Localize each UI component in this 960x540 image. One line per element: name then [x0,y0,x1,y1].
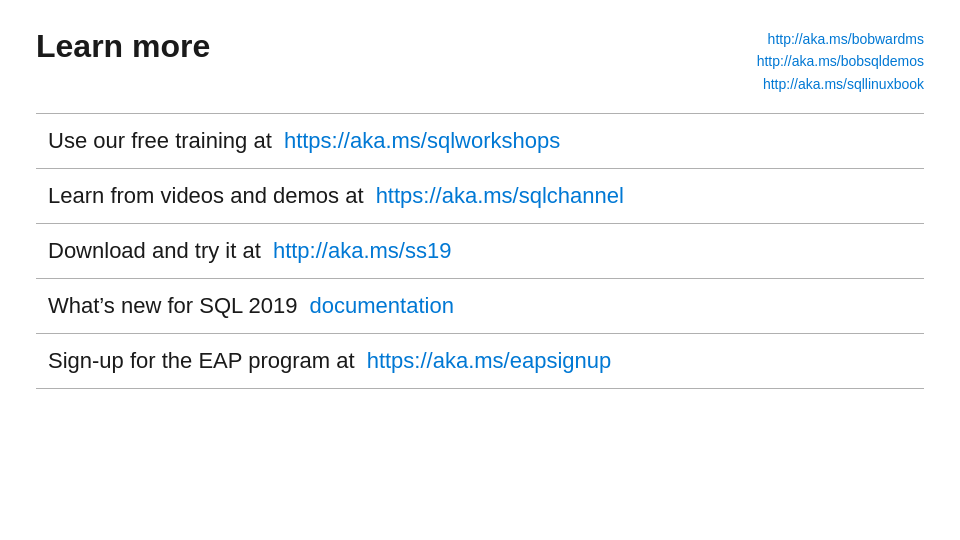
header-row: Learn more http://aka.ms/bobwardmshttp:/… [36,28,924,95]
page-title: Learn more [36,28,210,65]
header-link[interactable]: http://aka.ms/bobwardms [768,28,924,50]
list-item: Download and try it at http://aka.ms/ss1… [36,223,924,278]
item-link[interactable]: https://aka.ms/eapsignup [367,348,612,374]
header-link[interactable]: http://aka.ms/sqllinuxbook [763,73,924,95]
list-item: What’s new for SQL 2019 documentation [36,278,924,333]
header-links: http://aka.ms/bobwardmshttp://aka.ms/bob… [757,28,924,95]
page-container: Learn more http://aka.ms/bobwardmshttp:/… [0,0,960,540]
header-link[interactable]: http://aka.ms/bobsqldemos [757,50,924,72]
item-prefix-text: Use our free training at [48,128,278,154]
item-prefix-text: Learn from videos and demos at [48,183,370,209]
item-prefix-text: Download and try it at [48,238,267,264]
item-link[interactable]: documentation [310,293,454,319]
item-prefix-text: What’s new for SQL 2019 [48,293,304,319]
list-item: Sign-up for the EAP program at https://a… [36,333,924,389]
list-item: Learn from videos and demos at https://a… [36,168,924,223]
item-link[interactable]: http://aka.ms/ss19 [273,238,452,264]
list-item: Use our free training at https://aka.ms/… [36,113,924,168]
item-link[interactable]: https://aka.ms/sqlworkshops [284,128,560,154]
item-prefix-text: Sign-up for the EAP program at [48,348,361,374]
item-link[interactable]: https://aka.ms/sqlchannel [376,183,624,209]
items-list: Use our free training at https://aka.ms/… [36,113,924,520]
